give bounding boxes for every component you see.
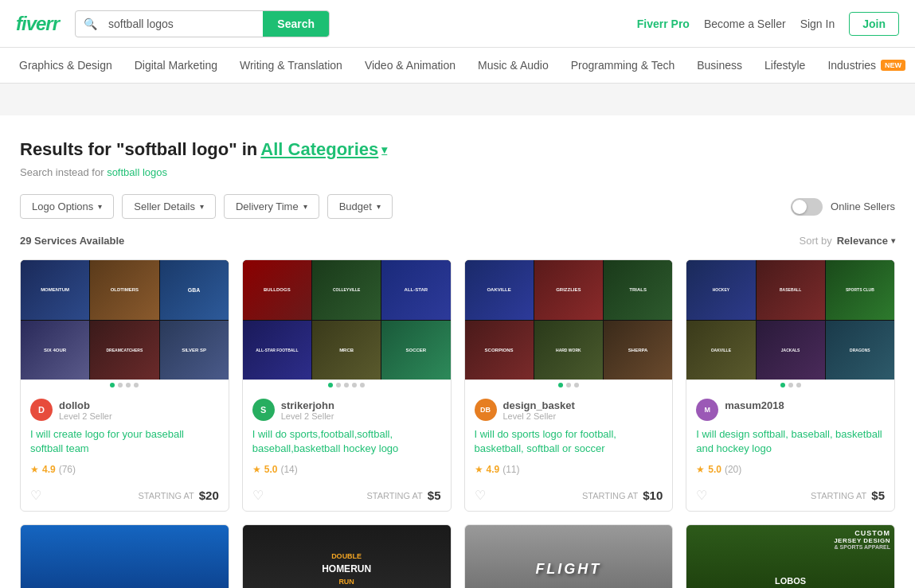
card-1-title: I will create logo for your baseball sof… <box>30 427 219 456</box>
card-b1[interactable]: KING CLUB <box>20 524 229 588</box>
nav-item-graphics[interactable]: Graphics & Design <box>8 48 123 83</box>
card-4-seller-level <box>725 411 784 421</box>
results-meta: 29 Services Available Sort by Relevance … <box>20 235 895 247</box>
sort-wrap: Sort by Relevance ▾ <box>799 235 895 247</box>
all-categories-link[interactable]: All Categories ▾ <box>260 139 387 160</box>
card-4-rating: 5.0 <box>708 464 721 475</box>
category-nav: Graphics & Design Digital Marketing Writ… <box>0 48 915 84</box>
seller-details-filter[interactable]: Seller Details ▾ <box>122 194 216 219</box>
card-4-seller-name: masum2018 <box>725 399 784 411</box>
card-2-starting-at: STARTING AT <box>367 491 423 500</box>
card-2-body: S strikerjohn Level 2 Seller I will do s… <box>243 391 451 483</box>
delivery-time-filter[interactable]: Delivery Time ▾ <box>224 194 319 219</box>
card-4[interactable]: HOCKEY BASEBALL SPORTS CLUB OAKVILLE JAC… <box>686 259 895 512</box>
card-b3[interactable]: FLIGHT <box>464 524 674 588</box>
card-3-title: I will do sports logo for football, bask… <box>475 427 663 456</box>
card-3-star-icon: ★ <box>475 464 483 475</box>
card-b3-label: FLIGHT <box>535 561 601 578</box>
join-button[interactable]: Join <box>849 12 899 36</box>
card-1-price: $20 <box>199 489 219 502</box>
card-2-title: I will do sports,football,softball, base… <box>252 427 441 456</box>
card-1-starting-at: STARTING AT <box>138 491 194 500</box>
nav-item-business[interactable]: Business <box>686 48 753 83</box>
nav-item-lifestyle[interactable]: Lifestyle <box>753 48 816 83</box>
search-button[interactable]: Search <box>263 11 329 37</box>
card-3-dots <box>465 380 673 391</box>
card-2-dots <box>243 380 451 391</box>
online-sellers-toggle[interactable] <box>791 198 823 216</box>
main-content: Results for "softball logo" in All Categ… <box>0 115 915 588</box>
card-3-heart-btn[interactable]: ♡ <box>475 488 486 503</box>
card-3-rating: 4.9 <box>487 464 500 475</box>
chevron-down-icon-2: ▾ <box>200 202 204 211</box>
card-4-starting-at: STARTING AT <box>811 491 866 500</box>
filters-bar: Logo Options ▾ Seller Details ▾ Delivery… <box>20 194 895 219</box>
card-4-reviews: (20) <box>725 464 741 475</box>
sort-label: Sort by <box>799 235 831 247</box>
fiverr-pro-link[interactable]: Fiverr Pro <box>637 18 690 30</box>
sort-value: Relevance <box>837 235 888 247</box>
card-3-seller-name: design_basket <box>503 399 575 411</box>
card-3[interactable]: OAKVILLE GRIZZLIES TRIALS SCORPIONS HARD… <box>464 259 674 512</box>
results-title-prefix: Results for "softball logo" in <box>20 139 257 160</box>
card-1-rating: 4.9 <box>42 464 56 475</box>
hero-band <box>0 84 915 115</box>
card-4-body: M masum2018 I will design softball, base… <box>686 391 894 483</box>
cards-grid-row2: KING CLUB DOUBLE HOMERUN RUN FLIGHT CUST… <box>20 524 895 588</box>
sign-in-link[interactable]: Sign In <box>800 18 835 30</box>
nav-item-programming[interactable]: Programming & Tech <box>560 48 686 83</box>
card-4-image: HOCKEY BASEBALL SPORTS CLUB OAKVILLE JAC… <box>686 260 894 380</box>
nav-item-writing[interactable]: Writing & Translation <box>229 48 354 83</box>
card-1-body: D dollob Level 2 Seller I will create lo… <box>21 391 229 483</box>
card-1[interactable]: MOMENTUM OLDTIMERS GBA SIX 4OUR DREAMCAT… <box>20 259 229 512</box>
search-icon: 🔍 <box>76 11 105 37</box>
search-bar: 🔍 Search <box>75 10 330 37</box>
card-3-body: DB design_basket Level 2 Seller I will d… <box>465 391 673 483</box>
card-4-dots <box>686 380 894 391</box>
card-2-rating: 5.0 <box>264 464 278 475</box>
card-3-seller-level: Level 2 Seller <box>503 411 575 421</box>
online-sellers-toggle-wrap: Online Sellers <box>791 198 895 216</box>
become-seller-link[interactable]: Become a Seller <box>704 18 786 30</box>
card-1-star-icon: ★ <box>30 464 39 475</box>
card-b2[interactable]: DOUBLE HOMERUN RUN <box>242 524 452 588</box>
online-sellers-label: Online Sellers <box>831 201 895 212</box>
card-1-seller-level: Level 2 Seller <box>59 411 112 421</box>
search-input[interactable] <box>105 11 263 37</box>
budget-filter[interactable]: Budget ▾ <box>327 194 393 219</box>
card-1-heart-btn[interactable]: ♡ <box>30 488 41 503</box>
card-3-image: OAKVILLE GRIZZLIES TRIALS SCORPIONS HARD… <box>465 260 673 380</box>
budget-label: Budget <box>339 201 372 212</box>
nav-item-video[interactable]: Video & Animation <box>354 48 467 83</box>
nav-item-digital[interactable]: Digital Marketing <box>123 48 229 83</box>
results-heading: Results for "softball logo" in All Categ… <box>20 139 895 160</box>
card-4-heart-btn[interactable]: ♡ <box>696 488 707 503</box>
card-1-image: MOMENTUM OLDTIMERS GBA SIX 4OUR DREAMCAT… <box>21 260 229 380</box>
card-2-heart-btn[interactable]: ♡ <box>252 488 264 503</box>
industries-label: Industries <box>827 59 876 72</box>
card-b4[interactable]: CUSTOM JERSEY DESIGN & SPORTS APPAREL LO… <box>686 524 895 588</box>
card-2[interactable]: BULLDOGS COLLEYVILLE ALL-STAR ALL-STAR F… <box>242 259 452 512</box>
nav-item-music[interactable]: Music & Audio <box>467 48 560 83</box>
logo[interactable]: fiverr <box>16 13 59 35</box>
sort-select[interactable]: Relevance ▾ <box>837 235 895 247</box>
header: fiverr 🔍 Search Fiverr Pro Become a Sell… <box>0 0 915 48</box>
delivery-time-label: Delivery Time <box>236 201 299 212</box>
card-2-seller-level: Level 2 Seller <box>281 411 334 421</box>
card-3-reviews: (11) <box>502 464 519 475</box>
card-4-title: I will design softball, baseball, basket… <box>696 427 885 456</box>
card-2-image: BULLDOGS COLLEYVILLE ALL-STAR ALL-STAR F… <box>243 260 451 380</box>
card-1-dots <box>21 380 229 391</box>
search-instead-link[interactable]: softball logos <box>107 166 167 178</box>
nav-item-industries[interactable]: Industries NEW <box>816 48 915 83</box>
card-1-seller-name: dollob <box>59 399 112 411</box>
search-instead-prefix: Search instead for <box>20 166 107 178</box>
toggle-knob <box>792 200 807 214</box>
sort-chevron-icon: ▾ <box>891 236 895 245</box>
cards-grid: MOMENTUM OLDTIMERS GBA SIX 4OUR DREAMCAT… <box>20 259 895 512</box>
card-1-reviews: (76) <box>59 464 76 475</box>
all-categories-label: All Categories <box>260 139 378 160</box>
logo-options-label: Logo Options <box>32 201 93 212</box>
logo-options-filter[interactable]: Logo Options ▾ <box>20 194 114 219</box>
card-3-starting-at: STARTING AT <box>582 491 638 500</box>
